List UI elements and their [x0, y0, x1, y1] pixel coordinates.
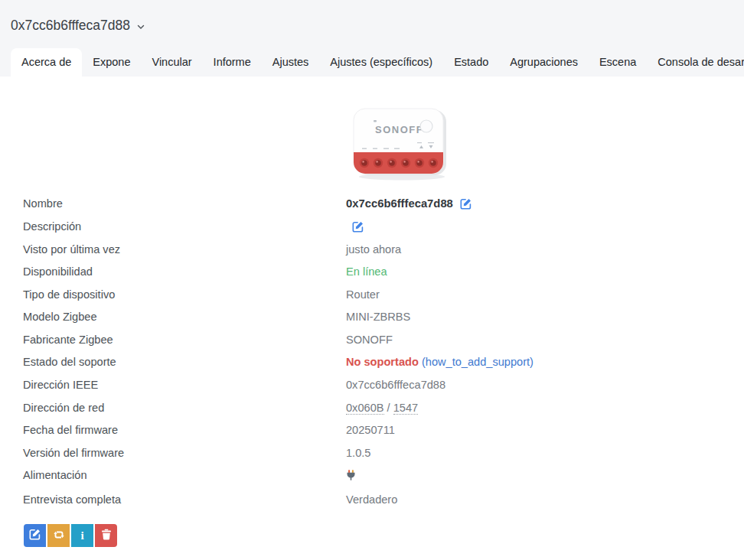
- how-to-add-support-link[interactable]: (how_to_add_support): [422, 356, 534, 368]
- tab-bar: Acerca de Expone Vincular Informe Ajuste…: [0, 48, 744, 77]
- tab-acerca-de[interactable]: Acerca de: [11, 48, 82, 77]
- row-label: Disponibilidad: [0, 261, 346, 284]
- row-label: Dirección de red: [0, 396, 346, 419]
- table-row-tipo: Tipo de dispositivo Router: [0, 283, 744, 306]
- table-row-modelo: Modelo Zigbee MINI-ZBRBS: [0, 306, 744, 329]
- row-label: Entrevista completa: [0, 489, 346, 512]
- network-address-separator: /: [384, 402, 393, 414]
- row-label: Alimentación: [0, 464, 346, 489]
- table-row-disponibilidad: Disponibilidad En línea: [0, 261, 744, 284]
- table-row-soporte: Estado del soporte No soportado (how_to_…: [0, 351, 744, 374]
- about-panel: SONOFF: [0, 77, 744, 547]
- tab-vincular[interactable]: Vincular: [141, 48, 202, 77]
- tab-informe[interactable]: Informe: [203, 48, 262, 77]
- chevron-down-icon[interactable]: [137, 24, 145, 30]
- firmware-date-value: 20250711: [346, 419, 744, 442]
- row-label: Descripción: [0, 215, 346, 238]
- row-label: Dirección IEEE: [0, 374, 346, 397]
- device-action-buttons: i: [24, 524, 117, 547]
- row-label: Modelo Zigbee: [0, 306, 346, 329]
- tab-ajustes-especificos[interactable]: Ajustes (específicos): [319, 48, 443, 77]
- row-label: Estado del soporte: [0, 351, 346, 374]
- edit-name-icon[interactable]: [460, 198, 472, 210]
- availability-status: En línea: [346, 265, 387, 278]
- interview-completed-value: Verdadero: [346, 489, 744, 512]
- device-type-value: Router: [346, 283, 744, 306]
- tab-consola-de-desarrollo[interactable]: Consola de desarrollo: [647, 48, 744, 77]
- network-address-dec[interactable]: 1547: [393, 402, 418, 415]
- ieee-address-value: 0x7cc6b6fffeca7d88: [346, 374, 744, 397]
- reconfigure-device-button[interactable]: [47, 524, 70, 547]
- table-row-version-firmware: Versión del firmware 1.0.5: [0, 441, 744, 464]
- table-row-nombre: Nombre 0x7cc6b6fffeca7d88: [0, 192, 744, 215]
- tab-escena[interactable]: Escena: [589, 48, 647, 77]
- device-image-wrap: SONOFF: [0, 77, 744, 181]
- table-row-red: Dirección de red 0x060B / 1547: [0, 396, 744, 419]
- page-title: 0x7cc6b6fffeca7d88: [11, 18, 130, 34]
- tab-agrupaciones[interactable]: Agrupaciones: [499, 48, 589, 77]
- device-image: SONOFF: [344, 105, 458, 181]
- support-status-value: No soportado: [346, 356, 419, 368]
- tab-estado[interactable]: Estado: [443, 48, 499, 77]
- info-icon: i: [80, 530, 83, 542]
- device-brand-label: SONOFF: [375, 124, 423, 135]
- row-label: Versión del firmware: [0, 441, 346, 464]
- network-address-hex[interactable]: 0x060B: [346, 402, 384, 415]
- table-row-entrevista: Entrevista completa Verdadero: [0, 489, 744, 512]
- retweet-icon: [53, 529, 65, 542]
- page-header: 0x7cc6b6fffeca7d88 Acerca de Expone Vinc…: [0, 0, 744, 77]
- table-row-visto: Visto por última vez justo ahora: [0, 238, 744, 261]
- tab-ajustes[interactable]: Ajustes: [262, 48, 320, 77]
- tab-expone[interactable]: Expone: [82, 48, 141, 77]
- device-name-value: 0x7cc6b6fffeca7d88: [346, 197, 453, 210]
- device-info-table: Nombre 0x7cc6b6fffeca7d88 Descripción Vi…: [0, 192, 744, 511]
- row-label: Fabricante Zigbee: [0, 328, 346, 351]
- table-row-descripcion: Descripción: [0, 215, 744, 238]
- edit-device-button[interactable]: [24, 524, 46, 547]
- edit-description-icon[interactable]: [352, 221, 364, 233]
- table-row-fecha-firmware: Fecha del firmware 20250711: [0, 419, 744, 442]
- table-row-alimentacion: Alimentación: [0, 464, 744, 489]
- zigbee-model-value: MINI-ZBRBS: [346, 306, 744, 329]
- row-label: Fecha del firmware: [0, 419, 346, 442]
- trash-icon: [101, 529, 112, 542]
- table-row-ieee: Dirección IEEE 0x7cc6b6fffeca7d88: [0, 374, 744, 397]
- row-label: Nombre: [0, 192, 346, 215]
- plug-icon: [346, 470, 356, 483]
- last-seen-value: justo ahora: [346, 238, 744, 261]
- edit-icon: [29, 529, 41, 542]
- firmware-version-value: 1.0.5: [346, 441, 744, 464]
- device-title-bar[interactable]: 0x7cc6b6fffeca7d88: [0, 0, 744, 48]
- zigbee-manufacturer-value: SONOFF: [346, 328, 744, 351]
- row-label: Tipo de dispositivo: [0, 283, 346, 306]
- delete-device-button[interactable]: [95, 524, 117, 547]
- table-row-fabricante: Fabricante Zigbee SONOFF: [0, 328, 744, 351]
- device-info-button[interactable]: i: [71, 524, 93, 547]
- row-label: Visto por última vez: [0, 238, 346, 261]
